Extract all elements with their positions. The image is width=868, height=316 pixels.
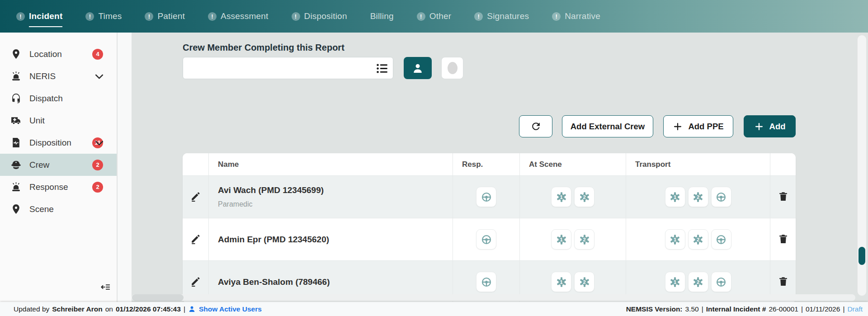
sidebar-item-location[interactable]: Location 4 (0, 43, 117, 65)
tab-incident[interactable]: ! Incident (16, 11, 62, 21)
updated-datetime: 01/12/2026 07:45:43 (116, 305, 181, 313)
transport-crew2-toggle[interactable]: 2 (688, 272, 708, 292)
header-at-scene: At Scene (519, 153, 626, 175)
tab-times[interactable]: ! Times (85, 11, 122, 21)
app-window: ! Incident ! Times ! Patient ! Assessmen… (0, 0, 868, 316)
helmet-icon (10, 159, 22, 170)
transport-crew1-toggle[interactable]: 1 (665, 272, 685, 292)
add-crew-button[interactable]: Add (744, 115, 796, 137)
alert-icon: ! (85, 12, 94, 21)
alert-icon: ! (474, 12, 483, 21)
at-scene-crew1-toggle[interactable]: 1 (551, 229, 571, 250)
refresh-button[interactable] (519, 115, 552, 137)
delete-crew-button[interactable] (778, 276, 789, 288)
at-scene-crew2-toggle[interactable]: 2 (574, 187, 594, 207)
at-scene-crew2-toggle[interactable]: 2 (574, 272, 594, 292)
crew-member-name: Aviya Ben-Shalom (789466) (218, 277, 330, 287)
secondary-person-button[interactable] (441, 57, 463, 79)
tab-signatures[interactable]: ! Signatures (474, 11, 529, 21)
placeholder-dot-icon (448, 62, 458, 74)
tab-label: Times (98, 11, 122, 21)
transport-crew1-toggle[interactable]: 1 (665, 229, 685, 250)
at-scene-crew1-toggle[interactable]: 1 (551, 272, 571, 292)
alert-icon: ! (292, 12, 300, 21)
sidebar-item-label: Location (29, 49, 62, 59)
plus-icon (673, 122, 683, 132)
tab-label: Other (429, 11, 452, 21)
delete-crew-button[interactable] (778, 191, 789, 203)
at-scene-crew2-toggle[interactable]: 2 (574, 229, 594, 250)
assign-self-button[interactable] (404, 57, 432, 79)
status-bar: Updated by Schreiber Aron on 01/12/2026 … (0, 302, 868, 316)
refresh-icon (530, 121, 542, 132)
divider: | (184, 305, 185, 313)
lookup-list-button[interactable] (375, 61, 389, 75)
steering-wheel-icon (715, 234, 727, 245)
incident-date: 01/11/2026 (806, 305, 840, 313)
sidebar-item-disposition[interactable]: Disposition 11 (0, 132, 117, 154)
resp-driver-toggle[interactable] (476, 229, 496, 250)
horizontal-scrollbar[interactable] (132, 294, 855, 301)
crew-member-lookup-field (183, 57, 393, 79)
siren-icon (10, 181, 22, 193)
tab-assessment[interactable]: ! Assessment (208, 11, 268, 21)
alert-count-badge: 2 (92, 160, 103, 170)
header-edit-column (183, 153, 208, 175)
collapse-sidebar-button[interactable] (99, 282, 111, 292)
sidebar-item-crew[interactable]: Crew 2 (0, 154, 117, 176)
tab-label: Patient (157, 11, 185, 21)
tab-label: Narrative (565, 11, 600, 21)
alert-icon: ! (145, 12, 153, 21)
sidebar-item-scene[interactable]: Scene (0, 198, 117, 220)
transport-driver-toggle[interactable] (711, 272, 731, 292)
add-external-crew-button[interactable]: Add External Crew (562, 115, 653, 137)
add-ppe-button[interactable]: Add PPE (663, 115, 733, 137)
sidebar-item-dispatch[interactable]: Dispatch (0, 87, 117, 109)
crew-member-input[interactable] (189, 57, 369, 79)
transport-crew2-toggle[interactable]: 2 (688, 187, 708, 207)
edit-crew-button[interactable] (190, 191, 201, 203)
sidebar-item-response[interactable]: Response 2 (0, 176, 117, 198)
status-bar-right: NEMSIS Version: 3.50 | Internal Incident… (626, 305, 863, 313)
steering-wheel-icon (481, 191, 492, 203)
vertical-scrollbar-thumb[interactable] (859, 247, 865, 265)
crew-table-row: Avi Wach (PMD 12345699) Paramedic 1 2 1 … (183, 175, 796, 218)
transport-driver-toggle[interactable] (711, 229, 731, 250)
tab-narrative[interactable]: ! Narrative (552, 11, 600, 21)
top-nav: ! Incident ! Times ! Patient ! Assessmen… (0, 0, 868, 33)
location-pin-icon (10, 48, 22, 60)
show-active-users-link[interactable]: Show Active Users (188, 305, 262, 313)
edit-crew-button[interactable] (190, 233, 201, 246)
edit-crew-button[interactable] (190, 276, 201, 288)
at-scene-crew1-toggle[interactable]: 1 (551, 187, 571, 207)
chevron-down-icon[interactable] (94, 71, 105, 82)
sidebar-item-unit[interactable]: Unit (0, 109, 117, 132)
trash-icon (778, 233, 789, 245)
tab-billing[interactable]: Billing (370, 11, 394, 21)
tab-patient[interactable]: ! Patient (145, 11, 185, 21)
chevron-down-icon[interactable] (94, 137, 105, 148)
status-bar-left: Updated by Schreiber Aron on 01/12/2026 … (14, 305, 262, 313)
tab-disposition[interactable]: ! Disposition (292, 11, 347, 21)
horizontal-scrollbar-thumb[interactable] (132, 294, 184, 301)
sidebar-item-label: Response (29, 182, 68, 192)
trash-icon (778, 276, 789, 287)
header-resp: Resp. (453, 153, 519, 175)
crew-table-header: Name Resp. At Scene Transport (183, 153, 796, 175)
report-status-badge[interactable]: Draft (847, 305, 863, 313)
alert-count-badge: 2 (92, 182, 103, 193)
transport-crew1-toggle[interactable]: 1 (665, 187, 685, 207)
siren-icon (10, 71, 22, 82)
divider: | (702, 305, 703, 313)
resp-driver-toggle[interactable] (476, 187, 496, 207)
vertical-scrollbar[interactable] (857, 35, 867, 296)
resp-driver-toggle[interactable] (476, 272, 496, 292)
alert-count-badge: 4 (92, 49, 103, 60)
sidebar-item-neris[interactable]: NERIS (0, 65, 117, 87)
delete-crew-button[interactable] (778, 233, 789, 246)
transport-driver-toggle[interactable] (711, 187, 731, 207)
transport-crew2-toggle[interactable]: 2 (688, 229, 708, 250)
tab-label: Disposition (304, 11, 347, 21)
sidebar-item-label: Unit (29, 116, 45, 126)
tab-other[interactable]: ! Other (417, 11, 452, 21)
